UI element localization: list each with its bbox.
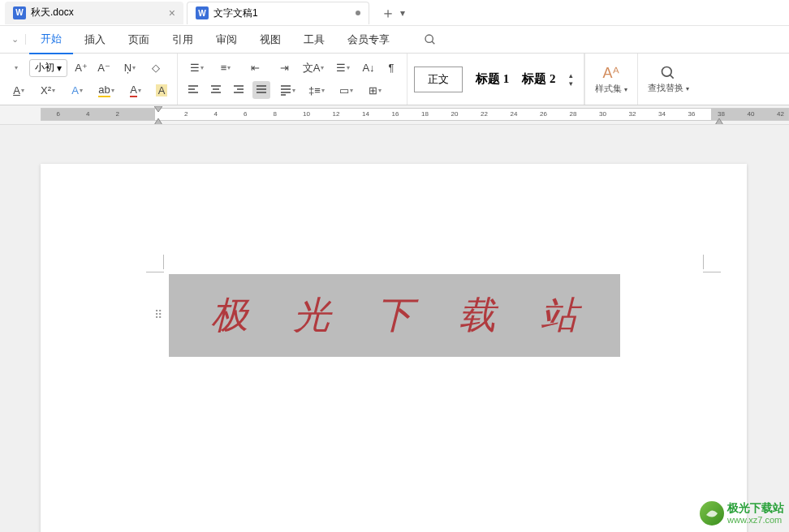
decrease-font-button[interactable]: A⁻ [95,59,113,77]
menu-ref[interactable]: 引用 [161,26,205,54]
borders-button[interactable]: ⊞▾ [363,81,387,99]
close-icon[interactable]: × [169,6,175,19]
watermark-title: 极光下载站 [727,501,784,515]
increase-font-button[interactable]: A⁺ [72,59,90,77]
change-case-button[interactable]: Ņ▾ [118,59,142,77]
menu-start[interactable]: 开始 [29,25,73,54]
ruler[interactable]: 6422468101214161820222426283032343638404… [0,105,789,125]
document-canvas[interactable]: ⠿ 极 光 下 载 站 [0,125,789,532]
add-tab-button[interactable]: ＋ [381,3,395,23]
margin-corner-icon [146,255,164,272]
text-direction-button[interactable]: 文A▾ [301,59,326,77]
tab-label: 秋天.docx [31,6,74,19]
sort-button[interactable]: A↓ [360,59,377,77]
style-set-icon: Aᴬ [603,64,619,82]
align-justify-button[interactable] [252,81,270,99]
align-center-button[interactable] [207,81,225,99]
svg-point-18 [662,66,672,76]
menu-review[interactable]: 审阅 [205,26,248,54]
svg-point-0 [425,35,433,42]
svg-marker-21 [154,118,162,125]
watermark: 极光下载站 www.xz7.com [700,501,784,526]
highlight-button[interactable]: ab▾ [94,81,119,99]
style-normal[interactable]: 正文 [414,66,463,92]
align-distribute-button[interactable]: ☰▾ [330,59,355,77]
clear-format-button[interactable]: ◇ [147,59,165,77]
menu-tools[interactable]: 工具 [292,26,336,54]
char: 下 [376,290,413,341]
indent-marker-bottom[interactable] [154,117,162,125]
menu-insert[interactable]: 插入 [73,26,117,54]
char: 光 [293,290,330,341]
word-doc-icon: W [13,6,26,19]
menu-search-button[interactable] [417,30,443,49]
style-heading2[interactable]: 标题 2 [515,66,562,92]
align-distributed-button[interactable]: ▾ [275,81,300,99]
search-icon [660,65,676,81]
margin-corner-icon [703,255,721,272]
right-indent-marker[interactable] [715,117,723,125]
increase-indent-button[interactable]: ⇥ [272,59,296,77]
svg-line-1 [432,41,434,44]
indent-marker-top[interactable] [154,106,162,113]
watermark-url: www.xz7.com [727,515,784,526]
menu-page[interactable]: 页面 [117,26,161,54]
find-replace-button[interactable]: 查找替换 ▾ [637,54,699,105]
paragraph-drag-handle[interactable]: ⠿ [154,308,162,321]
shading-fill-button[interactable]: ▭▾ [334,81,358,99]
selected-text[interactable]: 极 光 下 载 站 [169,274,620,357]
style-heading1[interactable]: 标题 1 [469,66,515,92]
styles-scroll[interactable]: ▴▾ [563,71,580,88]
char: 载 [459,290,496,341]
text-effects-button[interactable]: A▾ [65,81,89,99]
superscript-button[interactable]: X²▾ [36,81,60,99]
unsaved-dot-icon [356,11,360,15]
underline-button[interactable]: A▾ [6,81,31,99]
tab-doc-2[interactable]: W 文字文稿1 [187,2,369,24]
tab-menu-button[interactable]: ▾ [400,7,405,19]
font-color-button[interactable]: A▾ [123,81,148,99]
word-doc-icon: W [196,6,209,19]
menu-bar: ⌄ 开始 插入 页面 引用 审阅 视图 工具 会员专享 [0,26,789,54]
style-set-button[interactable]: Aᴬ 样式集 ▾ [584,54,637,105]
char: 极 [211,290,248,341]
tab-doc-1[interactable]: W 秋天.docx × [5,2,183,24]
font-size-dropdown[interactable]: 小初▾ [29,59,67,77]
line-spacing-button[interactable]: ‡≡▾ [304,81,329,99]
char: 站 [541,290,578,341]
decrease-indent-button[interactable]: ⇤ [243,59,267,77]
numbering-button[interactable]: ≡▾ [213,59,238,77]
svg-marker-20 [154,106,162,112]
watermark-logo-icon [700,501,724,526]
align-right-button[interactable] [230,81,248,99]
svg-marker-22 [715,118,723,125]
page: ⠿ 极 光 下 载 站 [41,164,747,532]
font-family-dropdown[interactable]: ▾ [6,59,24,77]
tab-bar: W 秋天.docx × W 文字文稿1 ＋ ▾ [0,0,789,26]
menu-vip[interactable]: 会员专享 [336,26,401,54]
show-marks-button[interactable]: ¶ [382,59,400,77]
shading-button[interactable]: A [153,81,170,99]
collapse-menu-icon[interactable]: ⌄ [5,34,26,45]
menu-view[interactable]: 视图 [248,26,292,54]
align-left-button[interactable] [184,81,202,99]
tab-label: 文字文稿1 [213,6,258,20]
toolbar: ▾ 小初▾ A⁺ A⁻ Ņ▾ ◇ A▾ X²▾ A▾ ab▾ A▾ A ☰▾ ≡… [0,54,789,105]
bullets-button[interactable]: ☰▾ [184,59,209,77]
svg-line-19 [670,75,674,78]
